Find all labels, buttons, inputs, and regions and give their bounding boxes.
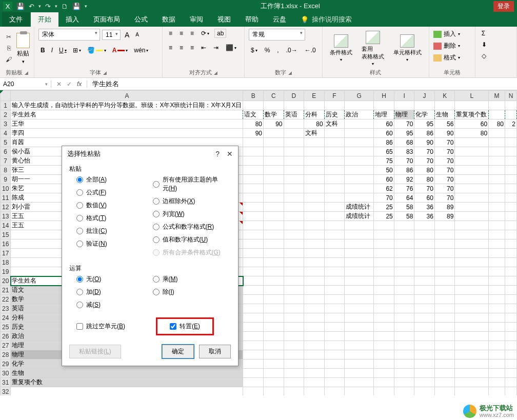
percent-icon[interactable]: %	[263, 46, 272, 55]
name-box[interactable]: A20▾	[0, 81, 51, 88]
cell-E27[interactable]	[304, 341, 325, 350]
cell-D1[interactable]	[284, 101, 304, 110]
cell-I9[interactable]: 92	[394, 175, 414, 184]
currency-icon[interactable]: $▾	[249, 46, 260, 55]
cell-M2[interactable]	[489, 110, 505, 119]
col-header-K[interactable]: K	[434, 91, 455, 101]
cell-L18[interactable]	[455, 258, 489, 267]
align-left-icon[interactable]: ≡	[167, 43, 174, 52]
cell-G7[interactable]	[345, 156, 374, 166]
cell-J31[interactable]	[414, 378, 435, 387]
cell-H18[interactable]	[374, 258, 394, 267]
cell-E26[interactable]	[304, 332, 325, 341]
cell-M12[interactable]	[489, 203, 505, 212]
qat-save-icon[interactable]: 💾	[16, 3, 25, 10]
cell-K17[interactable]	[434, 249, 455, 258]
cell-D25[interactable]	[284, 323, 304, 332]
cell-I32[interactable]	[394, 387, 414, 396]
col-header-A[interactable]: A	[11, 91, 243, 101]
cell-I19[interactable]	[394, 267, 414, 276]
cell-H17[interactable]	[374, 249, 394, 258]
col-header-C[interactable]: C	[264, 91, 284, 101]
cell-C18[interactable]	[264, 258, 284, 267]
cell-E16[interactable]	[304, 239, 325, 249]
cell-C31[interactable]	[264, 378, 284, 387]
cell-L32[interactable]	[455, 387, 489, 396]
cell-G32[interactable]	[345, 387, 374, 396]
col-header-E[interactable]: E	[304, 91, 325, 101]
cell-E7[interactable]	[304, 156, 325, 166]
cell-B1[interactable]	[243, 101, 264, 110]
tab-data[interactable]: 数据	[155, 12, 183, 27]
cell-M31[interactable]	[489, 378, 505, 387]
row-header-24[interactable]: 24	[1, 313, 11, 323]
cell-I28[interactable]	[394, 350, 414, 359]
fx-icon[interactable]: fx	[77, 81, 82, 88]
cell-D32[interactable]	[284, 387, 304, 396]
cell-E28[interactable]	[304, 350, 325, 359]
cancel-formula-icon[interactable]: ✕	[56, 81, 62, 88]
cell-B5[interactable]	[243, 138, 264, 147]
cell-N11[interactable]	[505, 193, 517, 203]
cell-N23[interactable]	[505, 304, 517, 313]
row-header-3[interactable]: 3	[1, 119, 11, 129]
cell-M22[interactable]	[489, 295, 505, 304]
row-header-13[interactable]: 13	[1, 212, 11, 221]
cell-I13[interactable]: 58	[394, 212, 414, 221]
cell-H8[interactable]: 50	[374, 166, 394, 175]
cell-L16[interactable]	[455, 239, 489, 249]
col-header-F[interactable]: F	[324, 91, 345, 101]
cell-E3[interactable]: 80	[304, 119, 325, 129]
cell-K14[interactable]	[434, 221, 455, 230]
cell-J15[interactable]	[414, 230, 435, 239]
cell-L22[interactable]	[455, 295, 489, 304]
cell-J22[interactable]	[414, 295, 435, 304]
cell-C2[interactable]: 数学	[264, 110, 284, 119]
cell-M5[interactable]	[489, 138, 505, 147]
cell-M8[interactable]	[489, 166, 505, 175]
cell-C32[interactable]	[264, 387, 284, 396]
row-header-19[interactable]: 19	[1, 267, 11, 276]
cell-F23[interactable]	[324, 304, 345, 313]
cell-E14[interactable]	[304, 221, 325, 230]
row-header-14[interactable]: 14	[1, 221, 11, 230]
cell-N8[interactable]	[505, 166, 517, 175]
cell-B29[interactable]	[243, 359, 264, 369]
radio-div[interactable]: 除(I)	[153, 288, 224, 296]
cell-H6[interactable]: 65	[374, 147, 394, 156]
cell-K20[interactable]	[434, 276, 455, 286]
cell-C9[interactable]	[264, 175, 284, 184]
cell-L29[interactable]	[455, 359, 489, 369]
radio-formulas[interactable]: 公式(F)	[76, 188, 148, 197]
cell-A4[interactable]: 李四	[11, 129, 243, 138]
cell-H10[interactable]: 62	[374, 184, 394, 193]
cell-G3[interactable]	[345, 119, 374, 129]
cell-C16[interactable]	[264, 239, 284, 249]
radio-none[interactable]: 无(O)	[76, 275, 148, 284]
radio-formats[interactable]: 格式(T)	[76, 214, 148, 223]
cell-E24[interactable]	[304, 313, 325, 323]
tab-home[interactable]: 开始	[31, 12, 58, 27]
cell-G27[interactable]	[345, 341, 374, 350]
cell-M17[interactable]	[489, 249, 505, 258]
cell-B32[interactable]	[243, 387, 264, 396]
cell-N16[interactable]	[505, 239, 517, 249]
cell-F17[interactable]	[324, 249, 345, 258]
insert-cells-button[interactable]: 插入 ▾	[433, 29, 460, 39]
cell-C10[interactable]	[264, 184, 284, 193]
cell-J14[interactable]	[414, 221, 435, 230]
cell-F6[interactable]	[324, 147, 345, 156]
cell-L4[interactable]: 80	[455, 129, 489, 138]
qat-saveas-icon[interactable]: 💾	[72, 3, 81, 10]
cell-M19[interactable]	[489, 267, 505, 276]
wrap-text-button[interactable]: ab	[214, 29, 226, 38]
cell-B18[interactable]	[243, 258, 264, 267]
cell-E11[interactable]	[304, 193, 325, 203]
row-header-22[interactable]: 22	[1, 295, 11, 304]
cell-J23[interactable]	[414, 304, 435, 313]
cell-C5[interactable]	[264, 138, 284, 147]
cell-H24[interactable]	[374, 313, 394, 323]
cell-K4[interactable]: 90	[434, 129, 455, 138]
cell-N13[interactable]	[505, 212, 517, 221]
cell-E25[interactable]	[304, 323, 325, 332]
